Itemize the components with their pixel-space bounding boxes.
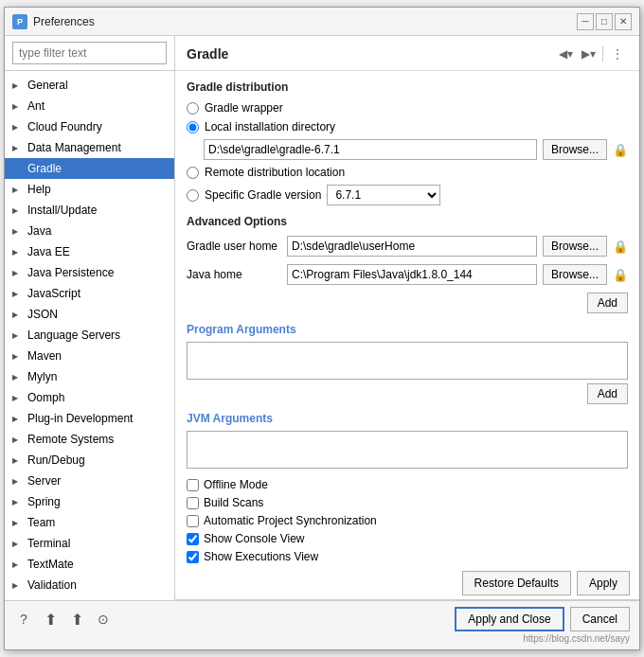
tree-item-label: JavaScript	[27, 287, 80, 300]
tree-arrow: ▶	[12, 227, 24, 236]
tree-item-spring[interactable]: ▶Spring	[5, 491, 174, 512]
user-home-browse-button[interactable]: Browse...	[543, 236, 607, 257]
tree-item-oomph[interactable]: ▶Oomph	[5, 387, 174, 408]
tree-item-remote-systems[interactable]: ▶Remote Systems	[5, 429, 174, 450]
checkbox-3[interactable]	[187, 533, 199, 545]
cancel-button[interactable]: Cancel	[570, 607, 630, 631]
checkboxes-section: Offline ModeBuild ScansAutomatic Project…	[187, 478, 628, 563]
checkbox-row-0: Offline Mode	[187, 478, 628, 491]
tree-item-label: Remote Systems	[27, 433, 114, 446]
java-home-input[interactable]	[287, 264, 537, 285]
jvm-args-area[interactable]	[187, 431, 628, 469]
tree-arrow: ▶	[12, 581, 24, 590]
checkbox-label-2[interactable]: Automatic Project Synchronization	[204, 514, 377, 527]
local-lock-icon[interactable]: 🔒	[613, 143, 628, 157]
maximize-button[interactable]: □	[596, 13, 613, 30]
tree-item-rundebug[interactable]: ▶Run/Debug	[5, 450, 174, 471]
window-title: Preferences	[33, 15, 95, 28]
close-button[interactable]: ✕	[615, 13, 632, 30]
tree-item-data-management[interactable]: ▶Data Management	[5, 137, 174, 158]
tree-item-maven[interactable]: ▶Maven	[5, 346, 174, 366]
gradle-user-home-label: Gradle user home	[187, 240, 281, 253]
apply-button[interactable]: Apply	[577, 571, 630, 595]
tree-item-language-servers[interactable]: ▶Language Servers	[5, 325, 174, 346]
program-args-add-button[interactable]: Add	[587, 383, 628, 404]
help-icon[interactable]: ?	[14, 610, 33, 629]
radio-wrapper[interactable]	[187, 102, 199, 115]
settings-icon[interactable]: ⊙	[94, 610, 113, 629]
checkbox-label-3[interactable]: Show Console View	[204, 532, 305, 545]
tree-arrow: ▶	[12, 477, 24, 486]
radio-wrapper-row: Gradle wrapper	[187, 101, 628, 115]
tree-item-java-persistence[interactable]: ▶Java Persistence	[5, 262, 174, 283]
tree-item-ant[interactable]: ▶Ant	[5, 96, 174, 116]
tree-item-validation[interactable]: ▶Validation	[5, 575, 174, 595]
radio-remote-label[interactable]: Remote distribution location	[205, 166, 345, 179]
radio-local-label[interactable]: Local installation directory	[205, 120, 335, 133]
java-home-lock-icon[interactable]: 🔒	[613, 268, 628, 282]
back-button[interactable]: ◀▾	[555, 44, 576, 64]
gradle-user-home-input[interactable]	[287, 236, 537, 257]
restore-defaults-button[interactable]: Restore Defaults	[462, 571, 571, 595]
radio-remote-row: Remote distribution location	[187, 166, 628, 179]
checkbox-label-0[interactable]: Offline Mode	[204, 478, 268, 491]
radio-local[interactable]	[187, 121, 199, 133]
user-home-lock-icon[interactable]: 🔒	[613, 240, 628, 254]
menu-button[interactable]: ⋮	[607, 44, 628, 64]
right-content: Gradle distribution Gradle wrapper Local…	[175, 71, 639, 565]
app-icon: P	[12, 14, 27, 29]
checkbox-0[interactable]	[187, 479, 199, 491]
tree-item-team[interactable]: ▶Team	[5, 512, 174, 533]
minimize-button[interactable]: ─	[577, 13, 594, 30]
checkbox-row-4: Show Executions View	[187, 550, 628, 563]
checkbox-2[interactable]	[187, 515, 199, 527]
tree-item-label: Java	[27, 224, 51, 238]
tree-arrow: ▶	[12, 186, 24, 194]
local-path-input[interactable]	[204, 139, 537, 160]
tree-item-mylyn[interactable]: ▶Mylyn	[5, 366, 174, 387]
radio-wrapper-label[interactable]: Gradle wrapper	[205, 101, 283, 115]
tree-item-label: Data Management	[27, 141, 121, 154]
tree-item-general[interactable]: ▶General	[5, 75, 174, 96]
apply-and-close-button[interactable]: Apply and Close	[455, 607, 564, 631]
tree-item-textmate[interactable]: ▶TextMate	[5, 554, 174, 575]
gradle-version-select[interactable]: 6.7.1	[327, 185, 440, 205]
local-path-row: Browse... 🔒	[187, 139, 628, 160]
tree-item-javascript[interactable]: ▶JavaScript	[5, 283, 174, 304]
tree-item-java-ee[interactable]: ▶Java EE	[5, 241, 174, 262]
forward-button[interactable]: ▶▾	[578, 44, 599, 64]
checkbox-label-1[interactable]: Build Scans	[204, 496, 263, 509]
tree-item-java[interactable]: ▶Java	[5, 221, 174, 241]
tree-arrow: ▶	[12, 394, 24, 402]
radio-specific[interactable]	[187, 189, 199, 202]
search-input[interactable]	[12, 42, 167, 64]
jvm-args-label: JVM Arguments	[187, 412, 628, 425]
tree-item-help[interactable]: ▶Help	[5, 179, 174, 200]
checkbox-label-4[interactable]: Show Executions View	[204, 550, 318, 563]
program-args-add-row: Add	[187, 383, 628, 404]
tree-item-label: Help	[27, 183, 51, 196]
tree-item-cloud-foundry[interactable]: ▶Cloud Foundry	[5, 116, 174, 137]
advanced-add-button[interactable]: Add	[587, 293, 628, 313]
tree-item-label: General	[27, 79, 68, 92]
toolbar-separator	[602, 46, 603, 62]
tree-item-installupdate[interactable]: ▶Install/Update	[5, 200, 174, 221]
tree-item-server[interactable]: ▶Server	[5, 471, 174, 491]
tree-item-json[interactable]: ▶JSON	[5, 304, 174, 325]
tree-item-label: Gradle	[27, 162, 62, 175]
tree-item-label: Plug-in Development	[27, 412, 133, 425]
checkbox-row-2: Automatic Project Synchronization	[187, 514, 628, 527]
local-browse-button[interactable]: Browse...	[543, 139, 607, 160]
java-home-browse-button[interactable]: Browse...	[543, 264, 607, 285]
checkbox-4[interactable]	[187, 551, 199, 563]
tree-item-plug-in-development[interactable]: ▶Plug-in Development	[5, 408, 174, 429]
export2-icon[interactable]: ⬆	[67, 610, 86, 629]
program-args-area[interactable]	[187, 342, 628, 380]
export1-icon[interactable]: ⬆	[41, 610, 60, 629]
radio-specific-label[interactable]: Specific Gradle version	[205, 188, 321, 202]
tree-item-gradle[interactable]: Gradle	[5, 158, 174, 179]
tree-arrow: ▶	[12, 373, 24, 382]
checkbox-1[interactable]	[187, 497, 199, 509]
tree-item-terminal[interactable]: ▶Terminal	[5, 533, 174, 554]
radio-remote[interactable]	[187, 167, 199, 179]
